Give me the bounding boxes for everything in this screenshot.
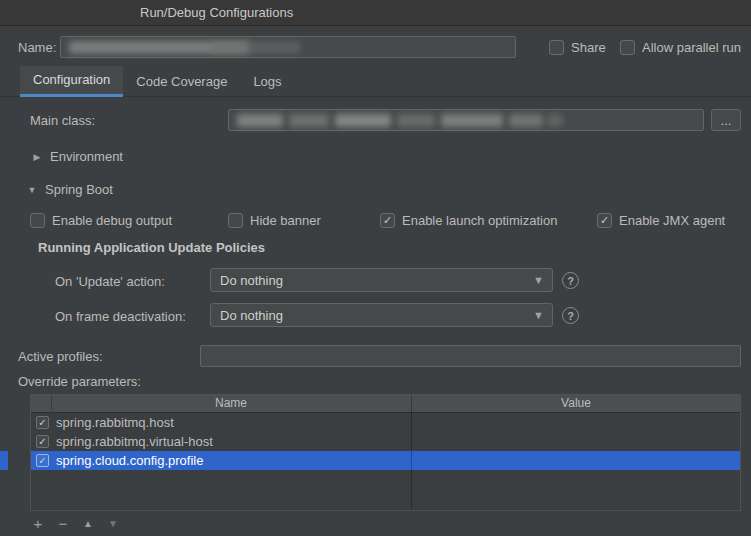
override-parameters-label: Override parameters: bbox=[18, 374, 141, 390]
redacted-text bbox=[237, 114, 283, 127]
tab-logs[interactable]: Logs bbox=[240, 66, 294, 97]
redacted-text bbox=[211, 41, 301, 54]
on-frame-deactivation-value: Do nothing bbox=[211, 308, 533, 323]
redacted-text bbox=[397, 114, 435, 127]
active-profiles-label: Active profiles: bbox=[18, 349, 103, 365]
chevron-down-icon: ▼ bbox=[27, 185, 37, 195]
name-input[interactable] bbox=[60, 36, 516, 58]
checkbox-box: ✓ bbox=[380, 213, 395, 228]
row-checkbox[interactable]: ✓ bbox=[36, 416, 49, 429]
parameter-name: spring.cloud.config.profile bbox=[56, 453, 203, 468]
enable-debug-output-label: Enable debug output bbox=[52, 213, 172, 228]
chevron-right-icon: ▶ bbox=[32, 152, 42, 162]
table-row[interactable]: ✓ spring.rabbitmq.virtual-host bbox=[31, 432, 740, 451]
update-policies-title: Running Application Update Policies bbox=[38, 240, 265, 256]
check-icon: ✓ bbox=[600, 215, 609, 226]
table-row[interactable]: ✓ spring.rabbitmq.host bbox=[31, 413, 740, 432]
tab-code-coverage[interactable]: Code Coverage bbox=[123, 66, 240, 97]
active-profiles-input[interactable] bbox=[200, 345, 741, 367]
enable-jmx-agent-label: Enable JMX agent bbox=[619, 213, 725, 228]
override-parameters-table: Name Value ✓ spring.rabbitmq.host ✓ spri… bbox=[30, 394, 741, 511]
move-up-button[interactable]: ▲ bbox=[80, 514, 96, 532]
check-icon: ✓ bbox=[38, 456, 46, 466]
redacted-text bbox=[547, 114, 563, 127]
on-update-action-label: On 'Update' action: bbox=[55, 274, 165, 290]
name-label: Name: bbox=[18, 40, 56, 56]
row-checkbox[interactable]: ✓ bbox=[36, 454, 49, 467]
checkbox-box: ✓ bbox=[597, 213, 612, 228]
column-header-value: Value bbox=[412, 395, 740, 412]
chevron-down-icon: ▼ bbox=[533, 310, 544, 321]
window-title: Run/Debug Configurations bbox=[140, 0, 293, 26]
enable-launch-optimization-checkbox[interactable]: ✓ Enable launch optimization bbox=[380, 212, 557, 228]
on-frame-deactivation-label: On frame deactivation: bbox=[55, 309, 186, 325]
spring-boot-section-toggle[interactable]: ▼ Spring Boot bbox=[27, 182, 113, 197]
column-divider bbox=[51, 395, 52, 413]
hide-banner-label: Hide banner bbox=[250, 213, 321, 228]
redacted-text bbox=[335, 114, 391, 127]
allow-parallel-run-checkbox[interactable]: ✓ Allow parallel run bbox=[620, 39, 741, 55]
checkbox-box: ✓ bbox=[30, 213, 45, 228]
table-header: Name Value bbox=[31, 395, 740, 413]
redacted-text bbox=[289, 114, 329, 127]
allow-parallel-run-label: Allow parallel run bbox=[642, 40, 741, 55]
check-icon: ✓ bbox=[38, 437, 46, 447]
share-checkbox[interactable]: ✓ Share bbox=[549, 39, 606, 55]
environment-section-label: Environment bbox=[50, 149, 123, 164]
main-class-label: Main class: bbox=[30, 113, 95, 129]
column-header-name: Name bbox=[51, 395, 411, 412]
environment-section-toggle[interactable]: ▶ Environment bbox=[32, 149, 123, 164]
share-checkbox-label: Share bbox=[571, 40, 606, 55]
help-icon[interactable]: ? bbox=[562, 307, 579, 324]
chevron-down-icon: ▼ bbox=[533, 275, 544, 286]
remove-parameter-button[interactable]: − bbox=[55, 514, 71, 532]
column-divider[interactable] bbox=[411, 395, 412, 510]
config-tree-selected-item-fragment[interactable] bbox=[0, 451, 8, 470]
row-checkbox[interactable]: ✓ bbox=[36, 435, 49, 448]
titlebar: Run/Debug Configurations bbox=[0, 0, 751, 26]
on-update-action-value: Do nothing bbox=[211, 273, 533, 288]
redacted-text bbox=[509, 114, 543, 127]
help-icon[interactable]: ? bbox=[562, 272, 579, 289]
main-class-input[interactable] bbox=[228, 109, 704, 131]
check-icon: ✓ bbox=[383, 215, 392, 226]
checkbox-box: ✓ bbox=[620, 40, 635, 55]
spring-boot-section-label: Spring Boot bbox=[45, 182, 113, 197]
on-frame-deactivation-combobox[interactable]: Do nothing ▼ bbox=[210, 303, 553, 327]
tab-configuration[interactable]: Configuration bbox=[20, 66, 123, 97]
tab-bar: Configuration Code Coverage Logs bbox=[0, 66, 751, 97]
checkbox-box: ✓ bbox=[549, 40, 564, 55]
enable-jmx-agent-checkbox[interactable]: ✓ Enable JMX agent bbox=[597, 212, 725, 228]
parameter-name: spring.rabbitmq.virtual-host bbox=[56, 434, 213, 449]
parameter-name: spring.rabbitmq.host bbox=[56, 415, 174, 430]
check-icon: ✓ bbox=[38, 418, 46, 428]
checkbox-box: ✓ bbox=[228, 213, 243, 228]
add-parameter-button[interactable]: + bbox=[30, 514, 46, 532]
on-update-action-combobox[interactable]: Do nothing ▼ bbox=[210, 268, 553, 292]
table-row[interactable]: ✓ spring.cloud.config.profile bbox=[31, 451, 740, 470]
move-down-button[interactable]: ▼ bbox=[105, 514, 121, 532]
browse-button[interactable]: ... bbox=[711, 109, 741, 131]
redacted-text bbox=[441, 114, 503, 127]
table-toolbar: + − ▲ ▼ bbox=[30, 514, 121, 532]
hide-banner-checkbox[interactable]: ✓ Hide banner bbox=[228, 212, 321, 228]
enable-debug-output-checkbox[interactable]: ✓ Enable debug output bbox=[30, 212, 172, 228]
enable-launch-optimization-label: Enable launch optimization bbox=[402, 213, 557, 228]
